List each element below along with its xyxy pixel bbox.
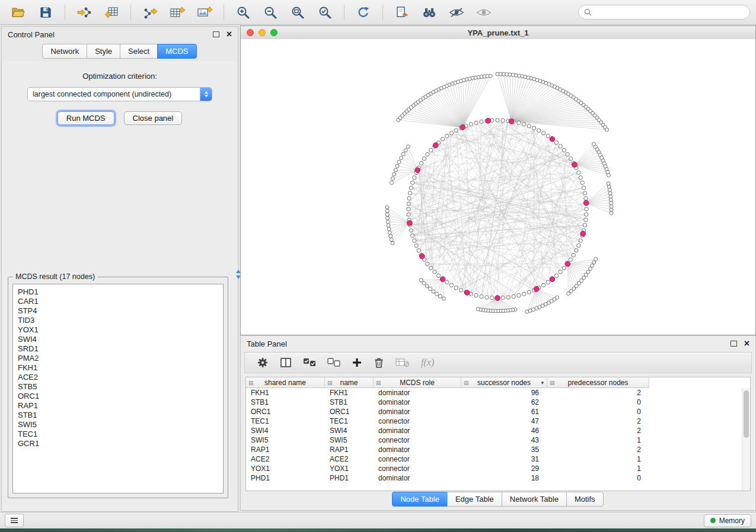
mcds-result-list[interactable]: PHD1CAR1STP4TID3YOX1SWI4SRD1PMA2FKH1ACE2… xyxy=(12,284,224,493)
show-panels-menu-button[interactable] xyxy=(5,514,24,527)
open-file-button[interactable] xyxy=(6,2,31,23)
memory-button[interactable]: Memory xyxy=(704,514,751,527)
cell-predecessor-nodes: 2 xyxy=(547,389,649,397)
cell-name: TEC1 xyxy=(325,417,374,425)
table-row[interactable]: STB1STB1dominator620 xyxy=(246,398,750,407)
mcds-result-item[interactable]: STP4 xyxy=(18,306,223,316)
table-tab-network-table[interactable]: Network Table xyxy=(502,492,567,507)
scrollbar-thumb[interactable] xyxy=(744,390,749,438)
mcds-result-item[interactable]: FKH1 xyxy=(18,363,223,373)
mcds-result-item[interactable]: STB1 xyxy=(18,411,223,420)
mcds-result-item[interactable]: YOX1 xyxy=(18,325,223,335)
add-column-button[interactable] xyxy=(352,357,362,368)
cell-successor-nodes: 61 xyxy=(461,408,547,416)
column-header-name[interactable]: ▤name xyxy=(325,377,374,388)
table-row[interactable]: SWI5SWI5connector431 xyxy=(246,435,750,445)
share-document-button[interactable] xyxy=(390,2,414,23)
table-tab-edge-table[interactable]: Edge Table xyxy=(447,492,502,507)
import-table-button[interactable] xyxy=(99,2,124,23)
deselect-all-button[interactable] xyxy=(327,358,340,367)
tab-network[interactable]: Network xyxy=(42,44,87,59)
eye-slash-icon xyxy=(449,7,464,18)
mcds-result-item[interactable]: STB5 xyxy=(18,382,223,392)
mcds-result-item[interactable]: GCR1 xyxy=(18,439,223,448)
close-panel-button[interactable]: × xyxy=(227,30,232,39)
table-scrollbar[interactable] xyxy=(742,388,750,491)
cell-predecessor-nodes: 1 xyxy=(547,455,649,463)
float-panel-button[interactable] xyxy=(213,31,219,37)
window-minimize-button[interactable] xyxy=(259,29,266,36)
float-table-panel-button[interactable] xyxy=(731,341,737,347)
trash-icon xyxy=(374,357,384,368)
show-details-button[interactable] xyxy=(471,2,496,23)
global-search-field[interactable] xyxy=(578,5,750,20)
select-all-button[interactable] xyxy=(303,358,316,367)
import-network-button[interactable] xyxy=(72,2,97,23)
column-header-shared-name[interactable]: ▤shared name xyxy=(246,377,325,388)
cell-successor-nodes: 46 xyxy=(461,427,547,435)
column-header-mcds-role[interactable]: ▤MCDS role xyxy=(374,377,461,388)
hide-details-button[interactable] xyxy=(444,2,469,23)
criterion-dropdown-value: largest connected component (undirected) xyxy=(28,90,200,98)
delete-column-button[interactable] xyxy=(374,357,384,368)
table-body[interactable]: FKH1FKH1dominator962STB1STB1dominator620… xyxy=(246,388,750,483)
column-header-predecessor-nodes[interactable]: ▤predecessor nodes xyxy=(547,377,649,388)
search-network-button[interactable] xyxy=(417,2,442,23)
table-row[interactable]: FKH1FKH1dominator962 xyxy=(246,388,750,398)
mcds-result-item[interactable]: TEC1 xyxy=(18,430,223,439)
criterion-dropdown[interactable]: largest connected component (undirected) xyxy=(27,87,212,101)
mcds-result-item[interactable]: PMA2 xyxy=(18,354,223,363)
control-panel: Control Panel × NetworkStyleSelectMCDS O… xyxy=(1,26,238,512)
table-row[interactable]: ACE2ACE2connector311 xyxy=(246,454,750,464)
table-toolbar: f(x) xyxy=(244,352,752,373)
mcds-result-item[interactable]: ORC1 xyxy=(18,392,223,401)
mcds-result-item[interactable]: SRD1 xyxy=(18,344,223,354)
export-table-button[interactable] xyxy=(165,2,190,23)
run-mcds-button[interactable]: Run MCDS xyxy=(58,111,114,125)
control-panel-title: Control Panel xyxy=(8,30,55,39)
window-close-button[interactable] xyxy=(247,29,254,36)
mcds-result-item[interactable]: RAP1 xyxy=(18,401,223,411)
application-window: Control Panel × NetworkStyleSelectMCDS O… xyxy=(0,0,756,532)
zoom-out-button[interactable] xyxy=(258,2,283,23)
table-settings-button[interactable] xyxy=(257,357,269,368)
cell-predecessor-nodes: 2 xyxy=(547,427,649,435)
tab-select[interactable]: Select xyxy=(120,44,158,59)
network-window-titlebar[interactable]: YPA_prune.txt_1 xyxy=(241,26,755,40)
column-type-icon: ▤ xyxy=(376,380,381,386)
column-header-successor-nodes[interactable]: ▤successor nodes▾ xyxy=(461,377,547,388)
zoom-selected-icon xyxy=(318,5,332,20)
table-row[interactable]: ORC1ORC1dominator610 xyxy=(246,407,750,416)
network-canvas[interactable] xyxy=(241,39,755,335)
export-image-button[interactable] xyxy=(192,2,217,23)
cell-mcds-role: dominator xyxy=(374,474,461,482)
table-tab-node-table[interactable]: Node Table xyxy=(392,492,448,507)
table-row[interactable]: PHD1PHD1dominator180 xyxy=(246,473,750,483)
function-builder-button-disabled: f(x) xyxy=(421,357,434,368)
table-row[interactable]: RAP1RAP1dominator352 xyxy=(246,445,750,454)
mcds-result-item[interactable]: PHD1 xyxy=(18,287,223,297)
mcds-result-item[interactable]: CAR1 xyxy=(18,297,223,306)
mcds-result-item[interactable]: ACE2 xyxy=(18,373,223,382)
table-row[interactable]: SWI4SWI4dominator462 xyxy=(246,426,750,435)
search-input[interactable] xyxy=(595,7,744,17)
tab-style[interactable]: Style xyxy=(87,44,120,59)
table-row[interactable]: TEC1TEC1connector472 xyxy=(246,416,750,426)
show-columns-button[interactable] xyxy=(280,357,292,368)
mcds-result-item[interactable]: TID3 xyxy=(18,316,223,325)
cell-predecessor-nodes: 2 xyxy=(547,417,649,425)
mcds-result-item[interactable]: SWI5 xyxy=(18,420,223,430)
table-row[interactable]: YOX1YOX1connector291 xyxy=(246,464,750,473)
save-session-button[interactable] xyxy=(33,2,58,23)
apply-layout-button[interactable] xyxy=(351,2,376,23)
close-panel-action-button[interactable]: Close panel xyxy=(124,111,183,125)
close-table-panel-button[interactable]: × xyxy=(744,339,749,348)
window-zoom-button[interactable] xyxy=(270,29,277,36)
zoom-in-button[interactable] xyxy=(231,2,256,23)
mcds-result-item[interactable]: SWI4 xyxy=(18,335,223,344)
export-network-button[interactable] xyxy=(138,2,162,23)
tab-mcds[interactable]: MCDS xyxy=(157,44,196,59)
zoom-fit-button[interactable] xyxy=(285,2,310,23)
zoom-selected-button[interactable] xyxy=(312,2,337,23)
table-tab-motifs[interactable]: Motifs xyxy=(566,492,604,507)
